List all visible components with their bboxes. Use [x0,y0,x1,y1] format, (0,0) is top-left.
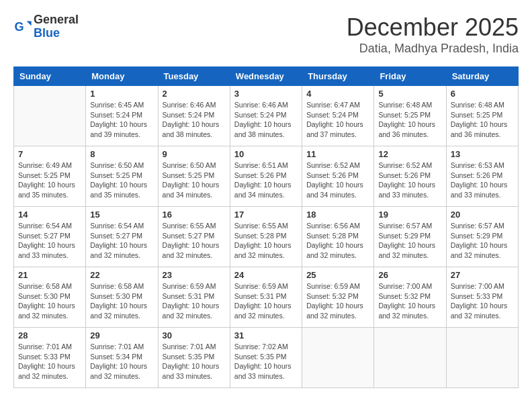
day-info: Sunrise: 7:01 AM Sunset: 5:34 PM Dayligh… [90,342,153,381]
calendar-cell: 17Sunrise: 6:55 AM Sunset: 5:28 PM Dayli… [230,207,302,267]
calendar-cell: 19Sunrise: 6:57 AM Sunset: 5:29 PM Dayli… [374,207,446,267]
calendar-header-sunday: Sunday [14,67,86,86]
svg-text:G: G [14,19,24,33]
calendar-week-row: 28Sunrise: 7:01 AM Sunset: 5:33 PM Dayli… [14,328,519,388]
day-number: 30 [163,330,226,340]
logo-icon: G [13,17,32,36]
day-number: 25 [306,270,369,280]
calendar-cell: 15Sunrise: 6:54 AM Sunset: 5:27 PM Dayli… [86,207,158,267]
day-number: 11 [306,149,369,159]
day-info: Sunrise: 6:47 AM Sunset: 5:24 PM Dayligh… [306,100,369,140]
calendar-header-friday: Friday [374,67,446,86]
day-info: Sunrise: 6:58 AM Sunset: 5:30 PM Dayligh… [90,281,153,321]
day-info: Sunrise: 6:46 AM Sunset: 5:24 PM Dayligh… [163,100,226,140]
calendar-cell: 4Sunrise: 6:47 AM Sunset: 5:24 PM Daylig… [302,86,374,146]
day-info: Sunrise: 7:00 AM Sunset: 5:32 PM Dayligh… [378,281,441,321]
day-info: Sunrise: 6:48 AM Sunset: 5:25 PM Dayligh… [378,100,441,140]
calendar-header-thursday: Thursday [302,67,374,86]
day-number: 2 [163,89,226,99]
calendar-cell [14,86,86,146]
title-area: December 2025 Datia, Madhya Pradesh, Ind… [347,13,519,56]
calendar-header-tuesday: Tuesday [158,67,230,86]
day-number: 19 [378,210,441,220]
day-info: Sunrise: 7:01 AM Sunset: 5:33 PM Dayligh… [18,342,81,381]
day-number: 22 [90,270,153,280]
logo-blue-text: Blue [34,27,79,40]
calendar-header-row: SundayMondayTuesdayWednesdayThursdayFrid… [14,67,519,86]
calendar-week-row: 1Sunrise: 6:45 AM Sunset: 5:24 PM Daylig… [14,86,519,146]
day-info: Sunrise: 6:51 AM Sunset: 5:26 PM Dayligh… [234,161,298,200]
calendar-cell [302,328,374,388]
calendar-week-row: 21Sunrise: 6:58 AM Sunset: 5:30 PM Dayli… [14,267,519,328]
day-number: 8 [90,149,153,159]
day-number: 17 [234,210,298,220]
day-number: 1 [90,89,153,99]
calendar-cell: 22Sunrise: 6:58 AM Sunset: 5:30 PM Dayli… [86,267,158,328]
day-info: Sunrise: 6:53 AM Sunset: 5:26 PM Dayligh… [451,161,514,200]
day-number: 18 [306,210,369,220]
day-number: 4 [306,89,369,99]
calendar-cell [374,328,446,388]
day-info: Sunrise: 6:58 AM Sunset: 5:30 PM Dayligh… [18,281,81,321]
calendar-cell: 20Sunrise: 6:57 AM Sunset: 5:29 PM Dayli… [446,207,518,267]
calendar-cell: 8Sunrise: 6:50 AM Sunset: 5:25 PM Daylig… [86,146,158,207]
calendar-cell: 12Sunrise: 6:52 AM Sunset: 5:26 PM Dayli… [374,146,446,207]
day-info: Sunrise: 6:48 AM Sunset: 5:25 PM Dayligh… [451,100,514,140]
calendar-cell: 3Sunrise: 6:46 AM Sunset: 5:24 PM Daylig… [230,86,302,146]
svg-marker-1 [27,21,32,26]
day-number: 5 [378,89,441,99]
day-number: 21 [18,270,81,280]
calendar-cell: 1Sunrise: 6:45 AM Sunset: 5:24 PM Daylig… [86,86,158,146]
day-info: Sunrise: 6:55 AM Sunset: 5:28 PM Dayligh… [234,221,298,261]
calendar-cell: 6Sunrise: 6:48 AM Sunset: 5:25 PM Daylig… [446,86,518,146]
calendar-cell: 31Sunrise: 7:02 AM Sunset: 5:35 PM Dayli… [230,328,302,388]
calendar-cell: 9Sunrise: 6:50 AM Sunset: 5:25 PM Daylig… [158,146,230,207]
day-info: Sunrise: 6:59 AM Sunset: 5:31 PM Dayligh… [234,281,298,321]
calendar-cell [446,328,518,388]
calendar-cell: 10Sunrise: 6:51 AM Sunset: 5:26 PM Dayli… [230,146,302,207]
calendar-cell: 11Sunrise: 6:52 AM Sunset: 5:26 PM Dayli… [302,146,374,207]
day-number: 24 [234,270,298,280]
calendar-week-row: 14Sunrise: 6:54 AM Sunset: 5:27 PM Dayli… [14,207,519,267]
day-info: Sunrise: 6:57 AM Sunset: 5:29 PM Dayligh… [378,221,441,261]
calendar-cell: 21Sunrise: 6:58 AM Sunset: 5:30 PM Dayli… [14,267,86,328]
calendar-cell: 14Sunrise: 6:54 AM Sunset: 5:27 PM Dayli… [14,207,86,267]
calendar-cell: 27Sunrise: 7:00 AM Sunset: 5:33 PM Dayli… [446,267,518,328]
day-info: Sunrise: 7:01 AM Sunset: 5:35 PM Dayligh… [163,342,226,381]
day-info: Sunrise: 6:57 AM Sunset: 5:29 PM Dayligh… [451,221,514,261]
day-info: Sunrise: 6:54 AM Sunset: 5:27 PM Dayligh… [18,221,81,261]
day-number: 13 [451,149,514,159]
day-number: 9 [163,149,226,159]
day-info: Sunrise: 6:50 AM Sunset: 5:25 PM Dayligh… [163,161,226,200]
calendar-cell: 13Sunrise: 6:53 AM Sunset: 5:26 PM Dayli… [446,146,518,207]
calendar-cell: 7Sunrise: 6:49 AM Sunset: 5:25 PM Daylig… [14,146,86,207]
calendar-cell: 24Sunrise: 6:59 AM Sunset: 5:31 PM Dayli… [230,267,302,328]
day-number: 12 [378,149,441,159]
day-info: Sunrise: 6:52 AM Sunset: 5:26 PM Dayligh… [306,161,369,200]
day-info: Sunrise: 6:55 AM Sunset: 5:27 PM Dayligh… [163,221,226,261]
day-number: 6 [451,89,514,99]
logo: G General Blue [13,13,79,40]
day-number: 27 [451,270,514,280]
day-info: Sunrise: 6:52 AM Sunset: 5:26 PM Dayligh… [378,161,441,200]
day-number: 16 [163,210,226,220]
calendar-header-monday: Monday [86,67,158,86]
page-header: G General Blue December 2025 Datia, Madh… [13,13,519,56]
day-number: 3 [234,89,298,99]
day-info: Sunrise: 6:59 AM Sunset: 5:31 PM Dayligh… [163,281,226,321]
calendar-cell: 30Sunrise: 7:01 AM Sunset: 5:35 PM Dayli… [158,328,230,388]
calendar-cell: 28Sunrise: 7:01 AM Sunset: 5:33 PM Dayli… [14,328,86,388]
day-number: 23 [163,270,226,280]
day-number: 28 [18,330,81,340]
day-info: Sunrise: 6:45 AM Sunset: 5:24 PM Dayligh… [90,100,153,140]
calendar-cell: 23Sunrise: 6:59 AM Sunset: 5:31 PM Dayli… [158,267,230,328]
calendar-cell: 16Sunrise: 6:55 AM Sunset: 5:27 PM Dayli… [158,207,230,267]
day-number: 20 [451,210,514,220]
day-info: Sunrise: 6:49 AM Sunset: 5:25 PM Dayligh… [18,161,81,200]
calendar-cell: 26Sunrise: 7:00 AM Sunset: 5:32 PM Dayli… [374,267,446,328]
calendar-cell: 5Sunrise: 6:48 AM Sunset: 5:25 PM Daylig… [374,86,446,146]
day-info: Sunrise: 7:02 AM Sunset: 5:35 PM Dayligh… [234,342,298,381]
calendar-header-wednesday: Wednesday [230,67,302,86]
month-year-title: December 2025 [347,13,519,42]
day-info: Sunrise: 6:54 AM Sunset: 5:27 PM Dayligh… [90,221,153,261]
